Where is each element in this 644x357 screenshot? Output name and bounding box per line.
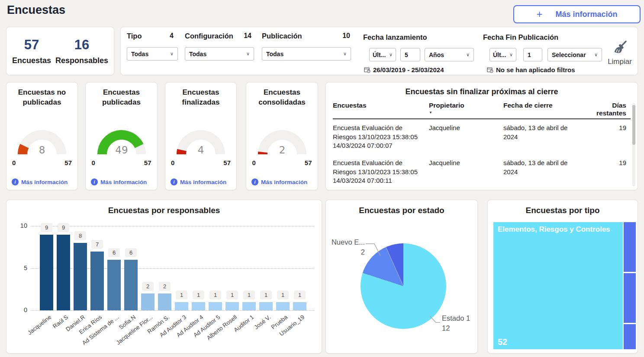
chevron-down-icon: ∨ — [594, 52, 598, 57]
table-row[interactable]: Encuesta Evaluación de Riesgos 13/10/202… — [333, 155, 626, 190]
bar[interactable] — [293, 302, 306, 311]
clear-filters-button[interactable]: Limpiar — [605, 39, 635, 66]
calendar-icon — [364, 67, 370, 73]
treemap-node[interactable] — [624, 222, 636, 272]
column-header-encuestas[interactable]: Encuestas — [333, 102, 428, 117]
gauge-title: Encuestas publicadas — [86, 83, 157, 108]
filter-configuracion-value: Todas — [189, 51, 206, 57]
info-icon: i — [171, 178, 177, 185]
bar[interactable] — [141, 293, 155, 310]
chevron-down-icon: ∨ — [246, 51, 250, 57]
filter-tipo-value: Todas — [131, 51, 148, 57]
gauge-more-info-link[interactable]: i Más información — [12, 178, 68, 185]
fecha-fin-mode-value: Últ... — [493, 51, 506, 58]
info-icon: i — [91, 178, 98, 185]
gauge-more-info-label: Más información — [21, 179, 68, 185]
svg-text:8: 8 — [39, 144, 45, 156]
bar[interactable] — [276, 302, 290, 311]
bar[interactable] — [158, 293, 171, 310]
bar[interactable] — [192, 302, 205, 311]
bar-value-label: 1 — [260, 290, 272, 300]
table-scrollbar-thumb[interactable] — [632, 105, 635, 145]
kpi-responsables-label: Responsables — [55, 56, 108, 65]
filter-tipo-label: Tipo — [127, 32, 142, 40]
fecha-lanzamiento-unit-dropdown[interactable]: Años ∨ — [425, 48, 474, 61]
pie-callout-nuevo: Nuevo E... 2 — [326, 237, 365, 257]
fecha-lanzamiento-range-text: 26/03/2019 - 25/03/2024 — [373, 66, 444, 73]
treemap-node-label: Elementos, Riesgos y Controles — [498, 225, 610, 234]
bar-value-label: 1 — [294, 290, 306, 300]
broom-icon — [611, 39, 628, 57]
pie-chart-title: Encuestas por estado — [326, 200, 477, 215]
fecha-lanzamiento-mode-value: Últ... — [373, 51, 386, 58]
fecha-lanzamiento-mode-dropdown[interactable]: Últ... ∨ — [369, 48, 396, 61]
filter-configuracion-dropdown[interactable]: Todas ∨ — [185, 47, 254, 61]
bar[interactable] — [209, 302, 222, 311]
more-info-button[interactable]: + Más información — [513, 5, 641, 23]
treemap-node[interactable] — [624, 324, 636, 349]
pie-chart[interactable] — [361, 243, 446, 329]
pie-callout-label: Nuevo E... — [326, 237, 365, 247]
bar[interactable] — [90, 252, 104, 311]
bar[interactable] — [57, 235, 70, 311]
bar[interactable] — [40, 235, 53, 311]
gauge-more-info-link[interactable]: i Más información — [91, 178, 147, 185]
info-icon: i — [251, 178, 258, 185]
gauge-arc[interactable]: 49 — [92, 128, 151, 158]
gauge-min: 0 — [171, 159, 174, 166]
gauge-arc[interactable]: 2 — [252, 128, 312, 158]
bar[interactable] — [124, 260, 138, 310]
bar-value-label: 1 — [226, 290, 238, 300]
gauge-title: Encuestas consolidadas — [246, 83, 318, 108]
fecha-fin-mode-dropdown[interactable]: Últ... ∨ — [489, 48, 516, 61]
column-header-propietario[interactable]: Propietario ▼ — [429, 102, 502, 117]
table-row[interactable]: Encuesta Evaluación de Riesgos 13/10/202… — [333, 120, 626, 155]
bar[interactable] — [259, 302, 273, 311]
gauge-min: 0 — [12, 159, 16, 166]
gauge-arc[interactable]: 8 — [12, 128, 72, 158]
plus-icon: + — [536, 9, 542, 19]
filter-tipo-dropdown[interactable]: Todas ∨ — [127, 47, 178, 61]
bar[interactable] — [175, 302, 188, 311]
gauge-more-info-link[interactable]: i Más información — [251, 178, 307, 185]
gauge-no-publicadas: 8 0 57 — [12, 128, 72, 166]
gauge-more-info-link[interactable]: i Más información — [171, 178, 226, 185]
treemap-node-elementos[interactable]: Elementos, Riesgos y Controles 52 — [493, 222, 623, 349]
bar-chart-card: Encuestas por responsables 10 5 0 9Jacqu… — [6, 200, 322, 354]
bar-value-label: 2 — [142, 282, 154, 291]
filter-bar: Tipo 4 Todas ∨ Configuración 14 Todas ∨ … — [120, 27, 638, 75]
bar[interactable] — [74, 243, 87, 310]
bar-value-label: 9 — [41, 223, 52, 232]
chevron-down-icon: ∨ — [509, 52, 513, 57]
chevron-down-icon: ∨ — [170, 51, 174, 57]
table-cell: Jacqueline — [429, 124, 502, 150]
gauge-consolidadas: 2 0 57 — [252, 128, 312, 166]
gauge-more-info-label: Más información — [261, 179, 307, 185]
fecha-fin-status: No se han aplicado filtros — [487, 66, 575, 73]
treemap-node[interactable] — [624, 273, 636, 323]
fecha-fin-number-input[interactable]: 1 — [523, 48, 542, 61]
table-title: Encuestas sin finalizar próximas al cier… — [326, 83, 638, 96]
column-header-fecha-cierre[interactable]: Fecha de cierre — [503, 102, 580, 117]
gauge-arc[interactable]: 4 — [171, 128, 231, 158]
fecha-lanzamiento-number-input[interactable]: 5 — [400, 48, 420, 61]
bar-value-label: 1 — [193, 290, 204, 300]
filter-publicacion-dropdown[interactable]: Todas ∨ — [262, 47, 351, 61]
chevron-down-icon: ∨ — [389, 52, 393, 57]
column-header-propietario-label: Propietario — [429, 102, 464, 109]
bar[interactable] — [107, 260, 121, 310]
gauge-card-finalizadas: Encuestas finalizadas 4 0 57 i Más infor… — [165, 82, 237, 190]
treemap-node-value: 52 — [498, 337, 507, 347]
table-cell: 19 — [581, 159, 626, 185]
treemap-small-nodes — [624, 222, 636, 349]
fecha-fin-unit-dropdown[interactable]: Seleccionar ∨ — [547, 48, 602, 61]
bar-value-label: 6 — [108, 248, 120, 257]
bar[interactable] — [225, 302, 239, 311]
column-header-dias-restantes[interactable]: Días restantes — [581, 102, 626, 117]
gauge-finalizadas: 4 0 57 — [171, 128, 231, 166]
pie-chart-card: Encuestas por estado Nuevo E... 2 Estado… — [325, 200, 478, 354]
bar[interactable] — [242, 302, 256, 311]
filter-fecha-lanzamiento-label: Fecha lanzamiento — [363, 33, 427, 41]
svg-text:49: 49 — [115, 144, 128, 156]
filter-publicacion-value: Todas — [266, 51, 283, 57]
